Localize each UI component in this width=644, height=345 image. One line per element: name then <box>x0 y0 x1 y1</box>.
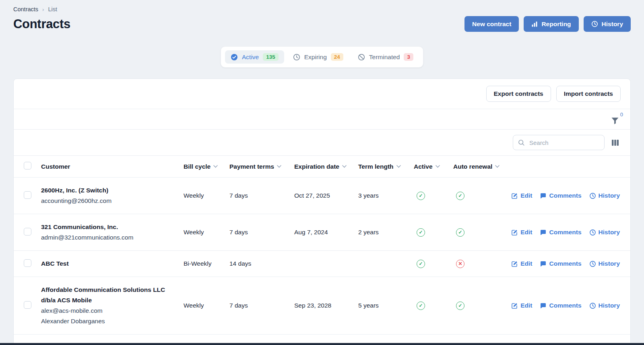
columns-icon[interactable] <box>611 139 619 146</box>
expiration-date-value: Oct 27, 2025 <box>294 192 358 199</box>
column-header-expiration-date[interactable]: Expiration date <box>294 163 358 170</box>
bill-cycle-value: Bi-Weekly <box>184 260 229 267</box>
tab-terminated[interactable]: Terminated 3 <box>352 50 419 64</box>
check-badge-icon <box>231 54 238 61</box>
payment-terms-value: 7 days <box>229 192 294 199</box>
active-status-icon: ✓ <box>417 228 425 237</box>
column-header-bill-cycle[interactable]: Bill cycle <box>184 163 229 170</box>
export-contracts-button[interactable]: Export contracts <box>486 86 551 102</box>
auto-renewal-status-icon: ✓ <box>456 228 464 237</box>
row-actions: Edit Comments History <box>508 229 630 236</box>
row-history-button[interactable]: History <box>589 302 620 309</box>
new-contract-button[interactable]: New contract <box>464 16 519 32</box>
chevron-down-icon <box>213 165 218 168</box>
import-contracts-button[interactable]: Import contracts <box>556 86 621 102</box>
select-all-checkbox[interactable] <box>24 162 31 169</box>
customer-detail: accounting@2600hz.com <box>41 196 184 206</box>
comment-icon <box>540 229 547 236</box>
row-actions: Edit Comments History <box>508 302 630 309</box>
customer-detail: admin@321communications.com <box>41 232 184 243</box>
customer-name: d/b/a ACS Mobile <box>41 295 184 306</box>
edit-label: Edit <box>520 302 532 309</box>
clock-icon <box>589 192 596 199</box>
row-checkbox[interactable] <box>24 301 31 309</box>
chevron-down-icon <box>342 165 347 168</box>
tab-expiring[interactable]: Expiring 24 <box>287 50 349 64</box>
row-checkbox[interactable] <box>24 228 31 236</box>
comments-label: Comments <box>549 192 581 199</box>
customer-name: Affordable Communication Solutions LLC <box>41 285 184 295</box>
comments-button[interactable]: Comments <box>540 229 581 236</box>
row-actions: Edit Comments History <box>508 192 630 199</box>
bar-chart-icon <box>531 21 538 27</box>
clock-icon <box>293 54 300 61</box>
column-header-customer: Customer <box>41 163 184 170</box>
edit-button[interactable]: Edit <box>511 229 532 236</box>
column-header-payment-terms[interactable]: Payment terms <box>229 163 294 170</box>
row-history-button[interactable]: History <box>589 192 620 199</box>
table-header: Customer Bill cycle Payment terms Expira… <box>14 155 630 178</box>
tab-terminated-count: 3 <box>404 53 413 61</box>
expiration-date-value: Sep 23, 2028 <box>294 302 358 309</box>
filter-row: 0 <box>14 109 630 130</box>
row-history-label: History <box>599 229 620 236</box>
row-checkbox[interactable] <box>24 191 31 199</box>
customer-name: 2600Hz, Inc. (Z Switch) <box>41 185 184 196</box>
table-body: 2600Hz, Inc. (Z Switch)accounting@2600hz… <box>14 178 630 345</box>
tab-active[interactable]: Active 135 <box>225 50 284 64</box>
customer-cell: ABC Test <box>41 258 184 269</box>
chevron-down-icon <box>436 165 440 168</box>
customer-name: 321 Communications, Inc. <box>41 222 184 232</box>
chevron-down-icon <box>396 165 401 168</box>
row-history-button[interactable]: History <box>589 260 620 267</box>
tab-expiring-label: Expiring <box>304 54 327 61</box>
pencil-square-icon <box>511 192 518 199</box>
column-header-active[interactable]: Active <box>414 163 453 170</box>
history-button[interactable]: History <box>584 16 631 32</box>
row-history-label: History <box>599 192 620 199</box>
search-input[interactable] <box>528 139 599 147</box>
customer-cell: 2600Hz, Inc. (Z Switch)accounting@2600hz… <box>41 185 184 206</box>
comments-button[interactable]: Comments <box>540 192 581 199</box>
funnel-icon <box>611 117 619 124</box>
term-length-value: 2 years <box>358 229 414 236</box>
table-row: 2600Hz, Inc. (Z Switch)accounting@2600hz… <box>14 178 630 214</box>
table-row: ABC Test Bi-Weekly 14 days ✓ ✕ Edit Comm… <box>14 251 630 277</box>
comments-button[interactable]: Comments <box>540 302 581 309</box>
edit-button[interactable]: Edit <box>511 302 532 309</box>
bill-cycle-value: Weekly <box>184 192 229 199</box>
row-checkbox[interactable] <box>24 259 31 267</box>
ban-icon <box>358 54 365 61</box>
payment-terms-value: 7 days <box>229 229 294 236</box>
active-status-icon: ✓ <box>417 302 425 310</box>
breadcrumb-root[interactable]: Contracts <box>13 6 38 12</box>
comments-button[interactable]: Comments <box>540 260 581 267</box>
pencil-square-icon <box>511 260 518 267</box>
row-history-label: History <box>599 260 620 267</box>
clock-icon <box>589 229 596 236</box>
column-header-term-length[interactable]: Term length <box>358 163 414 170</box>
table-row: Affordable Communication Solutions LLCd/… <box>14 277 630 335</box>
customer-name: ABC Test <box>41 258 184 269</box>
column-header-auto-renewal[interactable]: Auto renewal <box>453 163 508 170</box>
edit-button[interactable]: Edit <box>511 260 532 267</box>
customer-detail: alex@acs-mobile.com <box>41 306 184 316</box>
bill-cycle-value: Weekly <box>184 302 229 309</box>
page-title: Contracts <box>13 17 70 31</box>
auto-renewal-status-icon: ✓ <box>456 192 464 200</box>
edit-button[interactable]: Edit <box>511 192 532 199</box>
contracts-card: Export contracts Import contracts 0 Cust… <box>13 79 631 345</box>
chevron-down-icon <box>495 165 500 168</box>
reporting-button[interactable]: Reporting <box>524 16 578 32</box>
tab-active-count: 135 <box>263 53 279 61</box>
term-length-value: 5 years <box>358 302 414 309</box>
breadcrumb: Contracts › List <box>13 6 631 12</box>
tab-active-label: Active <box>242 54 259 61</box>
breadcrumb-separator-icon: › <box>42 6 44 12</box>
term-length-value: 3 years <box>358 192 414 199</box>
filter-button[interactable]: 0 <box>611 117 619 124</box>
row-history-button[interactable]: History <box>589 229 620 236</box>
tab-terminated-label: Terminated <box>369 54 400 61</box>
breadcrumb-current: List <box>48 6 57 12</box>
bill-cycle-value: Weekly <box>184 229 229 236</box>
